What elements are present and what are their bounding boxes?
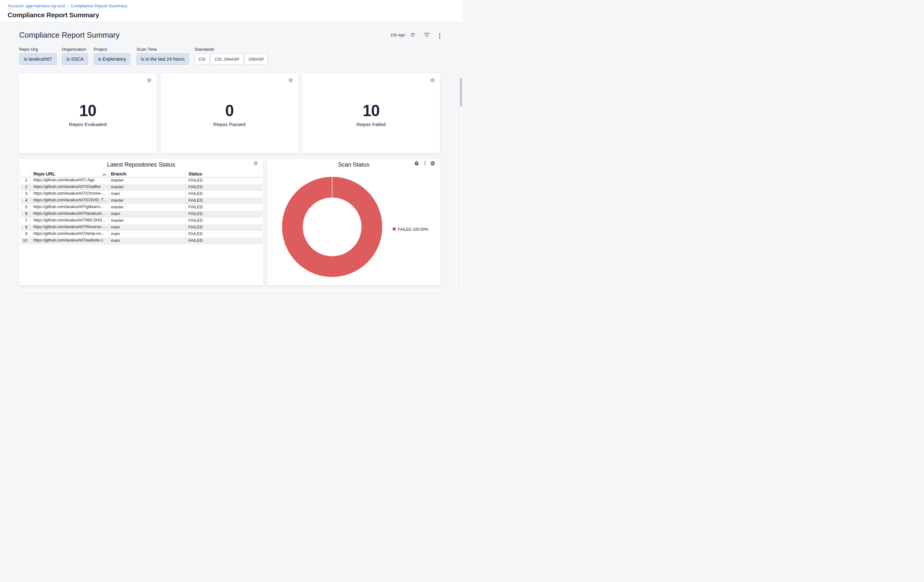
svg-text:FAILED 100.00%: FAILED 100.00% [398,227,428,232]
